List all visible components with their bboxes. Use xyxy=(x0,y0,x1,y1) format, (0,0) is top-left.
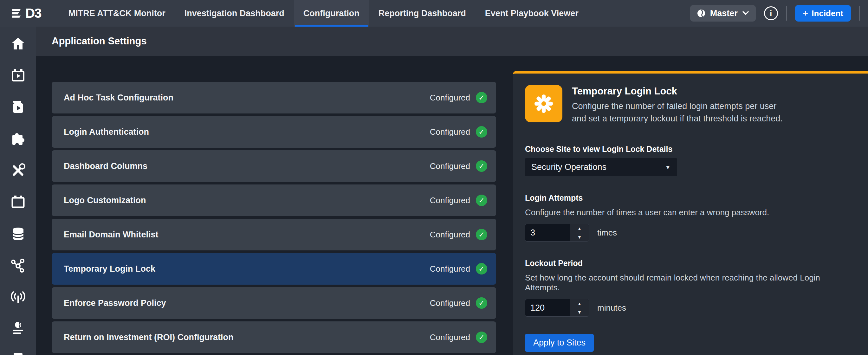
configured-check-icon: ✓ xyxy=(476,263,487,275)
arrow-up-icon: ▲ xyxy=(577,301,582,306)
site-switcher-button[interactable]: Master xyxy=(690,5,756,22)
site-select-label: Choose Site to view Login Lock Details xyxy=(525,144,855,154)
left-sidebar xyxy=(0,27,36,355)
configured-check-icon: ✓ xyxy=(476,92,487,103)
database-icon xyxy=(10,226,26,241)
sidebar-item-home[interactable] xyxy=(0,28,36,60)
d3-logo[interactable]: D3 xyxy=(11,0,41,27)
home-icon xyxy=(10,36,26,51)
globe-icon xyxy=(696,8,706,18)
sidebar-item-events[interactable] xyxy=(0,186,36,218)
login-attempts-stepper: ▲ ▼ xyxy=(525,224,589,241)
tab-configuration[interactable]: Configuration xyxy=(294,0,369,27)
status-label: Configured xyxy=(430,332,470,342)
nav-right-controls: Master i + Incident xyxy=(690,0,860,27)
site-select-value: Security Operations xyxy=(531,162,607,172)
page-header: Application Settings xyxy=(36,27,868,56)
sidebar-item-integrations[interactable] xyxy=(0,123,36,155)
tools-icon xyxy=(10,163,26,178)
lockout-period-unit: minutes xyxy=(597,303,626,313)
settings-row-login-authentication[interactable]: Login Authentication Configured ✓ xyxy=(52,116,496,148)
login-attempts-spin-buttons: ▲ ▼ xyxy=(570,224,589,241)
lockout-period-description: Set how long the account should remain l… xyxy=(525,273,855,293)
incident-button-label: Incident xyxy=(812,8,843,19)
settings-row-roi-configuration[interactable]: Return on Investment (ROI) Configuration… xyxy=(52,321,496,353)
apply-to-sites-button[interactable]: Apply to Sites xyxy=(525,334,594,352)
antenna-icon xyxy=(10,290,26,305)
settings-row-label: Return on Investment (ROI) Configuration xyxy=(64,332,233,342)
dropdown-arrow-icon: ▼ xyxy=(665,164,671,171)
settings-row-ad-hoc-task-configuration[interactable]: Ad Hoc Task Configuration Configured ✓ xyxy=(52,82,496,114)
sidebar-item-data-management[interactable] xyxy=(0,218,36,250)
d3-logo-text: D3 xyxy=(25,6,41,21)
sidebar-item-playbooks[interactable] xyxy=(0,91,36,123)
settings-row-temporary-login-lock[interactable]: Temporary Login Lock Configured ✓ xyxy=(52,253,496,285)
detail-panel-description-line1: Configure the number of failed login att… xyxy=(572,100,783,112)
spin-up-button[interactable]: ▲ xyxy=(570,224,589,233)
puzzle-icon xyxy=(10,131,26,147)
status-label: Configured xyxy=(430,93,470,103)
nav-divider xyxy=(786,6,787,21)
login-attempts-unit: times xyxy=(597,228,617,238)
site-switcher-label: Master xyxy=(710,8,738,19)
book-play-icon xyxy=(10,99,26,115)
login-attempts-description: Configure the number of times a user can… xyxy=(525,207,855,218)
sidebar-item-clipped[interactable] xyxy=(0,345,36,355)
lockout-period-spin-buttons: ▲ ▼ xyxy=(570,299,589,316)
arrow-down-icon: ▼ xyxy=(577,310,582,315)
login-attempts-input-row: ▲ ▼ times xyxy=(525,224,855,241)
main-content: Ad Hoc Task Configuration Configured ✓ L… xyxy=(36,56,868,355)
chevron-down-icon xyxy=(742,10,749,17)
status-label: Configured xyxy=(430,161,470,171)
tab-event-playbook-viewer[interactable]: Event Playbook Viewer xyxy=(475,0,588,27)
spin-down-button[interactable]: ▼ xyxy=(570,233,589,241)
d3-logo-mark-icon xyxy=(11,6,24,20)
globe-lines-icon xyxy=(10,321,26,336)
sidebar-item-utilities[interactable] xyxy=(0,155,36,186)
settings-row-label: Logo Customization xyxy=(64,196,146,205)
settings-row-label: Email Domain Whitelist xyxy=(64,230,158,239)
sidebar-item-sites[interactable] xyxy=(0,313,36,345)
site-select-dropdown[interactable]: Security Operations ▼ xyxy=(525,158,677,176)
configured-check-icon: ✓ xyxy=(476,160,487,172)
detail-panel-title: Temporary Login Lock xyxy=(572,86,783,97)
new-incident-button[interactable]: + Incident xyxy=(795,5,851,22)
info-icon: i xyxy=(770,9,772,18)
login-attempts-label: Login Attempts xyxy=(525,193,855,202)
arrow-up-icon: ▲ xyxy=(577,226,582,231)
login-attempts-input[interactable] xyxy=(525,224,570,241)
sidebar-item-broadcast[interactable] xyxy=(0,282,36,313)
status-label: Configured xyxy=(430,298,470,308)
sidebar-item-scheduled-playbooks[interactable] xyxy=(0,60,36,91)
lockout-period-stepper: ▲ ▼ xyxy=(525,299,589,317)
tab-reporting-dashboard[interactable]: Reporting Dashboard xyxy=(369,0,475,27)
settings-row-logo-customization[interactable]: Logo Customization Configured ✓ xyxy=(52,185,496,216)
settings-row-label: Enforce Password Policy xyxy=(64,298,166,308)
lockout-period-input[interactable] xyxy=(525,299,570,316)
tab-mitre-attck-monitor[interactable]: MITRE ATT&CK Monitor xyxy=(59,0,175,27)
clipped-bottom-icon xyxy=(10,353,26,355)
status-label: Configured xyxy=(430,196,470,205)
spin-up-button[interactable]: ▲ xyxy=(570,299,589,308)
settings-row-label: Ad Hoc Task Configuration xyxy=(64,93,174,103)
info-button[interactable]: i xyxy=(764,6,778,20)
spin-down-button[interactable]: ▼ xyxy=(570,308,589,316)
detail-panel-temporary-login-lock: Temporary Login Lock Configure the numbe… xyxy=(513,71,868,355)
detail-panel-description-line2: and set a temporary lockout if that thre… xyxy=(572,112,783,125)
lockout-period-input-row: ▲ ▼ minutes xyxy=(525,299,855,317)
plus-icon: + xyxy=(803,8,808,18)
settings-tile xyxy=(525,85,562,122)
gear-icon xyxy=(533,93,554,114)
settings-row-email-domain-whitelist[interactable]: Email Domain Whitelist Configured ✓ xyxy=(52,219,496,250)
calendar-icon xyxy=(10,195,26,210)
sidebar-item-link-analysis[interactable] xyxy=(0,250,36,282)
configured-check-icon: ✓ xyxy=(476,229,487,240)
status-label: Configured xyxy=(430,264,470,274)
status-label: Configured xyxy=(430,230,470,239)
lockout-period-label: Lockout Period xyxy=(525,259,855,268)
configured-check-icon: ✓ xyxy=(476,126,487,137)
tab-investigation-dashboard[interactable]: Investigation Dashboard xyxy=(175,0,294,27)
settings-row-dashboard-columns[interactable]: Dashboard Columns Configured ✓ xyxy=(52,150,496,182)
configured-check-icon: ✓ xyxy=(476,331,487,343)
settings-row-enforce-password-policy[interactable]: Enforce Password Policy Configured ✓ xyxy=(52,287,496,319)
